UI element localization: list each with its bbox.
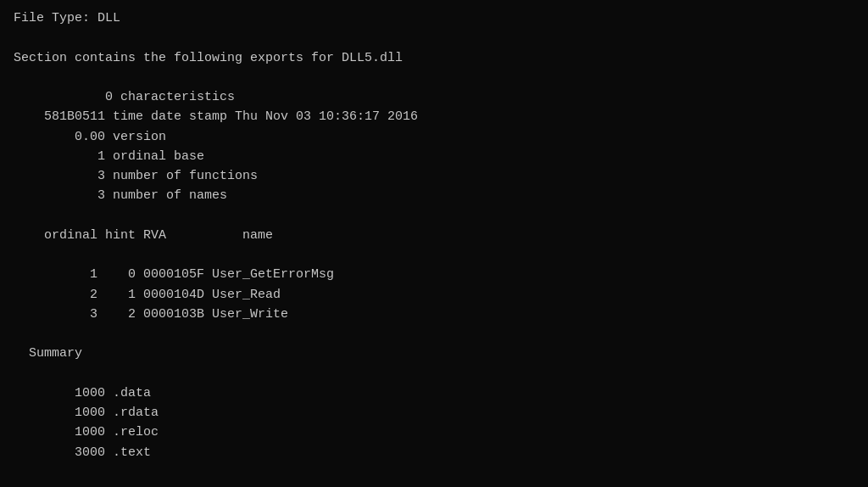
terminal-line: 0.00 version	[14, 127, 854, 147]
terminal-line: 2 1 0000104D User_Read	[14, 285, 854, 305]
terminal-line	[14, 206, 854, 226]
terminal-line: 0 characteristics	[14, 87, 854, 107]
terminal-line: 1 0 0000105F User_GetErrorMsg	[14, 265, 854, 284]
terminal-line: 1000 .data	[14, 383, 854, 403]
terminal-line: 1000 .rdata	[14, 403, 854, 423]
terminal-line	[14, 68, 854, 87]
terminal-line: 3 number of names	[14, 186, 854, 205]
terminal-output: File Type: DLL Section contains the foll…	[14, 8, 854, 462]
terminal-line: Section contains the following exports f…	[14, 48, 854, 68]
terminal-line: 1000 .reloc	[14, 423, 854, 442]
terminal-line: Summary	[14, 344, 854, 363]
terminal-line: 3 number of functions	[14, 166, 854, 186]
terminal-line: File Type: DLL	[14, 8, 854, 28]
terminal-line	[14, 28, 854, 48]
terminal-line	[14, 245, 854, 265]
terminal-line	[14, 324, 854, 344]
terminal-line: 1 ordinal base	[14, 147, 854, 166]
terminal-line: 3000 .text	[14, 443, 854, 462]
terminal-line: 3 2 0000103B User_Write	[14, 305, 854, 324]
terminal-line: 581B0511 time date stamp Thu Nov 03 10:3…	[14, 107, 854, 126]
terminal-line: ordinal hint RVA name	[14, 226, 854, 245]
terminal-line	[14, 364, 854, 383]
